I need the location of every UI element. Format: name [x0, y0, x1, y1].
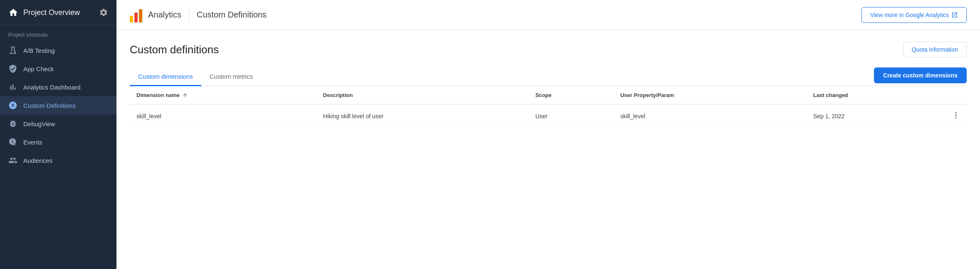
- td-last-changed: Sep 1, 2022: [807, 105, 945, 128]
- tab-custom-metrics[interactable]: Custom metrics: [201, 68, 261, 86]
- sort-icon[interactable]: [182, 92, 188, 98]
- audiences-icon: [8, 156, 17, 165]
- home-icon: [8, 7, 18, 17]
- sidebar-item-custom-definitions[interactable]: Custom Definitions: [0, 96, 116, 115]
- topbar-app-name: Analytics: [148, 10, 181, 20]
- logo-bar-3: [139, 9, 142, 22]
- td-scope: User: [529, 105, 614, 128]
- sidebar-item-events[interactable]: Events: [0, 133, 116, 151]
- topbar-section: Custom Definitions: [197, 10, 267, 20]
- svg-point-1: [955, 115, 956, 116]
- sidebar-item-label-app-check: App Check: [23, 65, 54, 72]
- td-dimension-name: skill_level: [130, 105, 317, 128]
- svg-point-2: [955, 117, 956, 118]
- sidebar-item-label-events: Events: [23, 139, 42, 146]
- sidebar-item-label-analytics-dashboard: Analytics Dashboard: [23, 84, 81, 91]
- custom-def-icon: [8, 101, 17, 110]
- td-user-property: skill_level: [614, 105, 807, 128]
- th-user-property: User Property/Param: [614, 86, 807, 105]
- svg-point-0: [955, 112, 956, 114]
- page-title: Custom definitions: [130, 43, 219, 56]
- content-area: Custom definitions Quota information Cus…: [116, 30, 980, 269]
- sidebar-item-analytics-dashboard[interactable]: Analytics Dashboard: [0, 78, 116, 96]
- tab-custom-dimensions[interactable]: Custom dimensions: [130, 68, 201, 86]
- bar-chart-icon: [8, 82, 17, 92]
- quota-information-button[interactable]: Quota information: [903, 42, 967, 57]
- topbar-divider: [189, 9, 189, 21]
- flask-icon: [8, 46, 17, 55]
- create-custom-dimensions-button[interactable]: Create custom dimensions: [874, 67, 967, 83]
- sidebar-item-label-ab-testing: A/B Testing: [23, 47, 55, 54]
- sidebar-item-label-audiences: Audiences: [23, 157, 52, 164]
- th-scope: Scope: [529, 86, 614, 105]
- events-icon: [8, 137, 17, 147]
- sidebar: Project Overview Project shortcuts A/B T…: [0, 0, 116, 269]
- view-more-button[interactable]: View more in Google Analytics: [861, 7, 967, 23]
- table-container: Dimension name Description Scope User Pr…: [130, 86, 967, 128]
- sidebar-item-audiences[interactable]: Audiences: [0, 151, 116, 169]
- gear-icon[interactable]: [99, 8, 108, 17]
- table-row: skill_level Hiking skill level of user U…: [130, 105, 967, 128]
- sidebar-section-label: Project shortcuts: [0, 25, 116, 41]
- sidebar-item-app-check[interactable]: App Check: [0, 60, 116, 78]
- main-content: Analytics Custom Definitions View more i…: [116, 0, 980, 269]
- sidebar-header-left: Project Overview: [8, 7, 80, 17]
- content-header: Custom definitions Quota information: [130, 42, 967, 57]
- analytics-logo: [130, 7, 142, 22]
- shield-icon: [8, 64, 17, 73]
- custom-dimensions-table: Dimension name Description Scope User Pr…: [130, 86, 967, 128]
- logo-bar-1: [130, 16, 133, 22]
- project-title: Project Overview: [23, 8, 80, 17]
- view-more-label: View more in Google Analytics: [870, 12, 949, 18]
- table-header-row: Dimension name Description Scope User Pr…: [130, 86, 967, 105]
- external-link-icon: [951, 12, 958, 18]
- debug-icon: [8, 119, 17, 128]
- th-dimension-name: Dimension name: [130, 86, 317, 105]
- logo-bar-2: [134, 12, 138, 22]
- sidebar-header: Project Overview: [0, 0, 116, 25]
- topbar: Analytics Custom Definitions View more i…: [116, 0, 980, 30]
- sidebar-item-label-custom-definitions: Custom Definitions: [23, 102, 76, 109]
- td-description: Hiking skill level of user: [317, 105, 529, 128]
- th-last-changed: Last changed: [807, 86, 945, 105]
- th-actions: [945, 86, 967, 105]
- sidebar-item-label-debug-view: DebugView: [23, 120, 55, 127]
- sidebar-item-debug-view[interactable]: DebugView: [0, 115, 116, 133]
- td-more-actions[interactable]: [945, 105, 967, 128]
- th-description: Description: [317, 86, 529, 105]
- tabs-row: Custom dimensions Custom metrics Create …: [130, 67, 967, 86]
- more-vertical-icon[interactable]: [952, 111, 960, 120]
- topbar-left: Analytics Custom Definitions: [130, 7, 267, 22]
- sidebar-item-ab-testing[interactable]: A/B Testing: [0, 41, 116, 60]
- tabs-left: Custom dimensions Custom metrics: [130, 68, 261, 86]
